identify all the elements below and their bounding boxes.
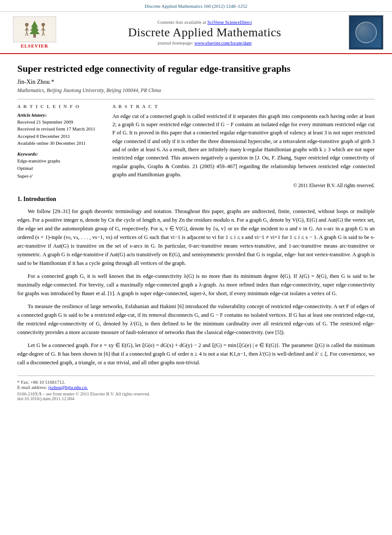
intro-paragraph-4: Let G be a connected graph. For e = xy ∈… bbox=[17, 341, 375, 367]
journal-main-title: Discrete Applied Mathematics bbox=[61, 25, 349, 39]
svg-point-1 bbox=[25, 23, 29, 26]
email-label: E-mail address: bbox=[17, 385, 47, 390]
elsevier-tree-svg bbox=[22, 19, 48, 40]
homepage-label: journal homepage: bbox=[158, 40, 193, 45]
keyword-2: Optimal bbox=[17, 165, 104, 172]
journal-header: ELSEVIER Contents lists available at Sci… bbox=[0, 12, 392, 54]
keyword-list: Edge-transitive graphs Optimal Super-λ′ bbox=[17, 157, 104, 180]
journal-thumb-circle bbox=[355, 22, 377, 43]
main-content: Super restricted edge connectivity of re… bbox=[0, 54, 392, 410]
logo-area: ELSEVIER bbox=[9, 16, 61, 48]
author-line: Jin-Xin Zhou * bbox=[17, 79, 375, 86]
keyword-1: Edge-transitive graphs bbox=[17, 157, 104, 165]
author-affiliation: Mathematics, Beijing Jiaotong University… bbox=[17, 87, 375, 94]
introduction-section: 1. Introduction We follow [29–31] for gr… bbox=[17, 196, 375, 367]
history-revised: Received in revised form 17 March 2011 bbox=[17, 125, 104, 133]
author-name: Jin-Xin Zhou * bbox=[17, 79, 54, 85]
footer-doi: doi:10.1016/j.dam.2011.12.004 bbox=[17, 396, 375, 401]
elsevier-logo-image bbox=[13, 16, 56, 42]
article-history: Article history: Received 21 September 2… bbox=[17, 112, 104, 147]
keywords-section: Keywords: Edge-transitive graphs Optimal… bbox=[17, 151, 104, 180]
introduction-heading: 1. Introduction bbox=[17, 196, 375, 203]
homepage-url[interactable]: www.elsevier.com/locate/dam bbox=[194, 40, 252, 45]
divider-1 bbox=[17, 99, 375, 99]
article-info-label: A R T I C L E I N F O bbox=[17, 104, 104, 109]
sciverse-link[interactable]: SciVerse ScienceDirect bbox=[207, 19, 252, 25]
abstract-label: A B S T R A C T bbox=[112, 104, 375, 109]
two-column-layout: A R T I C L E I N F O Article history: R… bbox=[17, 104, 375, 188]
contents-text: Contents lists available at bbox=[157, 19, 206, 25]
history-online: Available online 30 December 2011 bbox=[17, 140, 104, 147]
svg-point-11 bbox=[41, 23, 45, 26]
abstract-column: A B S T R A C T An edge cut of a connect… bbox=[112, 104, 375, 188]
intro-paragraph-3: To measure the resilience of large netwo… bbox=[17, 302, 375, 337]
elsevier-brand-label: ELSEVIER bbox=[21, 43, 48, 48]
history-label: Article history: bbox=[17, 112, 104, 118]
article-title: Super restricted edge connectivity of re… bbox=[17, 63, 375, 75]
sciverse-line: Contents lists available at SciVerse Sci… bbox=[61, 19, 349, 25]
keyword-3: Super-λ′ bbox=[17, 172, 104, 180]
journal-thumb-inner bbox=[351, 17, 381, 48]
top-bar: Discrete Applied Mathematics 160 (2012) … bbox=[0, 0, 392, 12]
intro-paragraph-2: For a connected graph G, it is well know… bbox=[17, 272, 375, 298]
journal-thumbnail bbox=[349, 15, 383, 50]
journal-title-area: Contents lists available at SciVerse Sci… bbox=[61, 19, 349, 45]
svg-rect-10 bbox=[33, 34, 36, 38]
journal-homepage-line: journal homepage: www.elsevier.com/locat… bbox=[61, 40, 349, 45]
copyright-line: © 2011 Elsevier B.V. All rights reserved… bbox=[112, 183, 375, 188]
abstract-text: An edge cut of a connected graph is call… bbox=[112, 112, 375, 179]
intro-paragraph-1: We follow [29–31] for graph theoretic te… bbox=[17, 207, 375, 268]
email-link[interactable]: jxzhou@bjtu.edu.cn. bbox=[48, 385, 88, 390]
page-footer: * Fax: +86 10 51681712. E-mail address: … bbox=[17, 376, 375, 401]
footnote-star: * Fax: +86 10 51681712. bbox=[17, 379, 65, 385]
article-info-column: A R T I C L E I N F O Article history: R… bbox=[17, 104, 104, 188]
footer-license: 0166-218X/$ – see front matter © 2011 El… bbox=[17, 392, 375, 396]
elsevier-logo-box: ELSEVIER bbox=[9, 16, 61, 48]
footnote: * Fax: +86 10 51681712. E-mail address: … bbox=[17, 379, 375, 390]
history-received: Received 21 September 2009 bbox=[17, 118, 104, 126]
keywords-label: Keywords: bbox=[17, 151, 104, 156]
history-accepted: Accepted 8 December 2011 bbox=[17, 133, 104, 140]
journal-ref-link[interactable]: Discrete Applied Mathematics 160 (2012) … bbox=[145, 3, 247, 9]
